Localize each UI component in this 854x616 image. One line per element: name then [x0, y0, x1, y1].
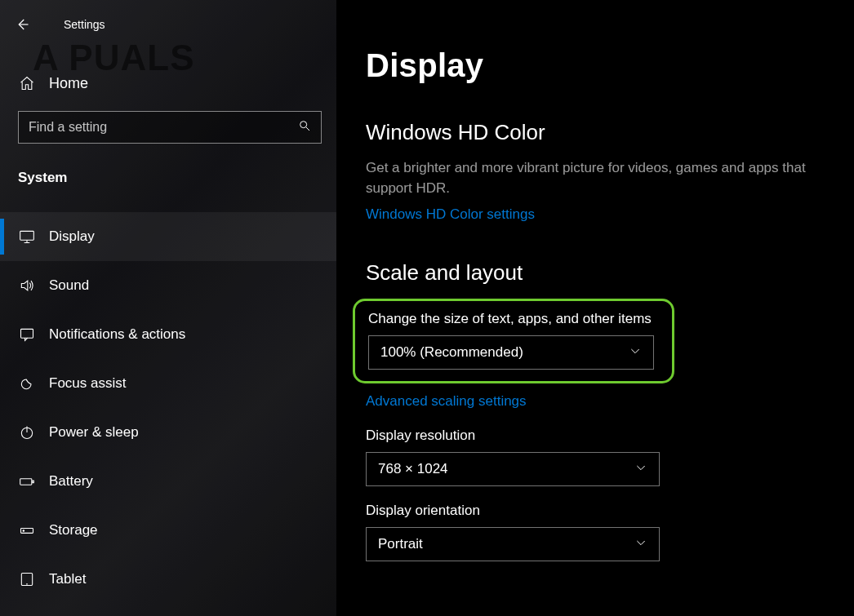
svg-rect-4: [20, 479, 32, 485]
chevron-down-icon: [629, 344, 642, 361]
resolution-dropdown[interactable]: 768 × 1024: [366, 452, 660, 486]
hd-color-settings-link[interactable]: Windows HD Color settings: [366, 206, 535, 223]
battery-icon: [18, 472, 36, 490]
sidebar-item-focus-assist[interactable]: Focus assist: [0, 359, 336, 408]
home-nav[interactable]: Home: [0, 64, 336, 103]
search-input[interactable]: [29, 120, 298, 135]
resolution-label: Display resolution: [366, 428, 821, 444]
settings-title: Settings: [64, 18, 105, 31]
search-container: [18, 111, 322, 144]
focus-assist-icon: [18, 374, 36, 392]
sidebar-top-row: Settings: [0, 8, 336, 41]
hd-color-section: Windows HD Color Get a brighter and more…: [366, 120, 821, 223]
chevron-down-icon: [634, 536, 647, 553]
resolution-value: 768 × 1024: [378, 461, 448, 477]
sidebar-item-storage[interactable]: Storage: [0, 506, 336, 555]
storage-icon: [18, 521, 36, 539]
chevron-down-icon: [634, 461, 647, 478]
resolution-field: Display resolution 768 × 1024: [366, 428, 821, 486]
hd-color-description: Get a brighter and more vibrant picture …: [366, 158, 821, 198]
scale-size-label: Change the size of text, apps, and other…: [368, 311, 659, 327]
sidebar-item-sound[interactable]: Sound: [0, 261, 336, 310]
power-icon: [18, 423, 36, 441]
sidebar-item-display[interactable]: Display: [0, 212, 336, 261]
tablet-icon: [18, 570, 36, 588]
nav-list: Display Sound Notifications & actions Fo…: [0, 212, 336, 604]
search-box[interactable]: [18, 111, 322, 144]
sidebar-item-label: Sound: [49, 277, 89, 294]
sidebar-item-power-sleep[interactable]: Power & sleep: [0, 408, 336, 457]
sidebar-item-label: Power & sleep: [49, 424, 139, 441]
advanced-scaling-link[interactable]: Advanced scaling settings: [366, 393, 527, 410]
sidebar-item-battery[interactable]: Battery: [0, 457, 336, 506]
notifications-icon: [18, 326, 36, 343]
sidebar-item-label: Tablet: [49, 571, 86, 587]
scale-size-dropdown[interactable]: 100% (Recommended): [368, 335, 654, 370]
home-label: Home: [49, 75, 88, 92]
home-icon: [18, 74, 36, 92]
scale-layout-heading: Scale and layout: [366, 260, 821, 286]
search-icon: [298, 119, 311, 135]
sidebar-item-label: Display: [49, 228, 95, 245]
svg-rect-1: [20, 231, 34, 240]
back-button[interactable]: [15, 8, 47, 41]
content-area: Display Windows HD Color Get a brighter …: [336, 0, 854, 616]
svg-rect-2: [21, 329, 33, 338]
sidebar-item-label: Focus assist: [49, 375, 126, 392]
sidebar-item-label: Battery: [49, 473, 93, 490]
svg-rect-5: [33, 481, 34, 483]
svg-point-7: [23, 530, 24, 532]
orientation-dropdown[interactable]: Portrait: [366, 527, 660, 561]
sidebar-item-label: Storage: [49, 522, 98, 538]
sidebar-item-tablet[interactable]: Tablet: [0, 555, 336, 604]
page-title: Display: [366, 47, 821, 84]
section-system-label: System: [0, 155, 336, 197]
sidebar-item-label: Notifications & actions: [49, 326, 185, 343]
sidebar-item-notifications[interactable]: Notifications & actions: [0, 310, 336, 359]
hd-color-heading: Windows HD Color: [366, 120, 821, 145]
svg-rect-8: [21, 574, 32, 586]
scale-highlight-box: Change the size of text, apps, and other…: [353, 299, 674, 383]
orientation-label: Display orientation: [366, 503, 821, 519]
display-icon: [18, 228, 36, 246]
svg-point-0: [300, 122, 307, 128]
sound-icon: [18, 277, 36, 295]
scale-size-value: 100% (Recommended): [380, 344, 523, 361]
orientation-value: Portrait: [378, 536, 423, 552]
scale-layout-section: Scale and layout Change the size of text…: [366, 260, 821, 561]
orientation-field: Display orientation Portrait: [366, 503, 821, 561]
settings-sidebar: Settings A PUALS Home System Display: [0, 0, 336, 616]
